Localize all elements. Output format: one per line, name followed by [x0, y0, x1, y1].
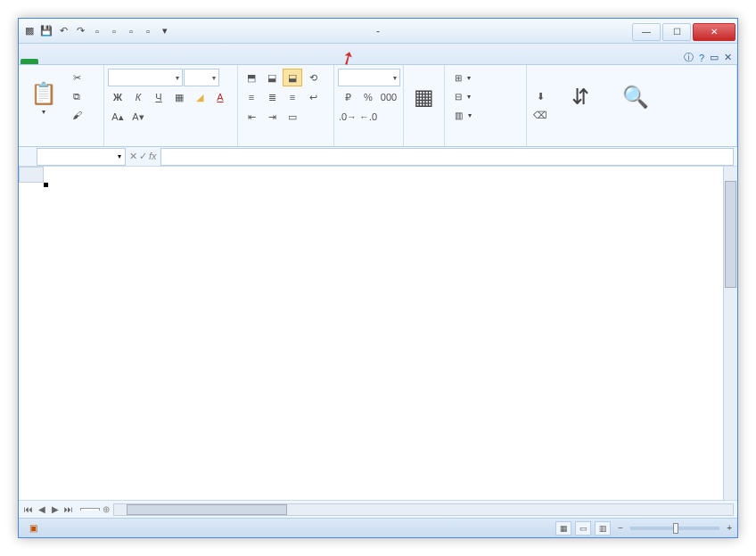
new-sheet-icon[interactable]: ⊕ [103, 504, 110, 514]
sheet-tabs-bar: ⏮◀▶⏭ ⊕ [19, 500, 737, 518]
ribbon-collapse-icon[interactable]: ▭ [710, 52, 719, 63]
horizontal-scrollbar[interactable] [113, 503, 734, 516]
group-number: ▾ ₽ % 000 .0→ ←.0 [334, 65, 404, 146]
border-button[interactable]: ▦ [169, 88, 189, 106]
styles-button[interactable]: ▦ [407, 69, 440, 127]
comma-button[interactable]: 000 [379, 88, 399, 106]
formula-bar-row: ▾ ✕ ✓ fx [19, 147, 737, 167]
qat-item-icon[interactable]: ▫ [90, 24, 104, 38]
cut-button[interactable]: ✂ [67, 69, 86, 86]
align-top-button[interactable]: ⬒ [242, 69, 261, 86]
decrease-indent-button[interactable]: ⇤ [242, 108, 261, 126]
bold-button[interactable]: Ж [108, 88, 127, 106]
vertical-scrollbar[interactable] [723, 167, 737, 500]
save-icon[interactable]: 💾 [39, 24, 53, 38]
mdi-close-icon[interactable]: ✕ [724, 52, 732, 63]
ribbon-minimize-icon[interactable]: ⓘ [684, 51, 694, 64]
status-bar: ▣ ▦ ▭ ▥ − + [19, 518, 737, 537]
group-alignment: ⬒ ⬓ ⬓ ⟲ ≡ ≣ ≡ ↩ ⇤ ⇥ ▭ [238, 65, 334, 146]
shrink-font-button[interactable]: A▾ [128, 108, 148, 126]
formula-bar[interactable] [160, 148, 734, 166]
format-painter-button[interactable]: 🖌 [67, 106, 86, 124]
qat-item-icon[interactable]: ▫ [141, 24, 155, 38]
zoom-slider[interactable] [630, 527, 719, 530]
increase-decimal-button[interactable]: .0→ [338, 108, 357, 126]
number-format-combo[interactable]: ▾ [338, 69, 400, 86]
align-center-button[interactable]: ≣ [262, 88, 282, 106]
fill-button[interactable]: ⬇ [530, 87, 550, 105]
group-label [448, 144, 522, 146]
redo-icon[interactable]: ↷ [73, 24, 87, 38]
wrap-text-button[interactable]: ↩ [303, 88, 323, 106]
clear-button[interactable]: ⌫ [530, 106, 550, 124]
page-break-view-button[interactable]: ▥ [595, 521, 611, 536]
sheet-tab[interactable] [80, 508, 100, 511]
grow-font-button[interactable]: A▴ [108, 108, 127, 126]
font-size-combo[interactable]: ▾ [184, 69, 219, 86]
qat-item-icon[interactable]: ▫ [107, 24, 121, 38]
group-label [407, 135, 440, 146]
format-cells-button[interactable]: ▥▾ [448, 106, 478, 124]
font-name-combo[interactable]: ▾ [108, 69, 183, 86]
sort-filter-button[interactable]: ⇵ [552, 69, 609, 127]
selection-box [44, 183, 47, 186]
minimize-button[interactable]: — [632, 23, 661, 41]
macro-icon[interactable]: ▣ [29, 523, 37, 533]
normal-view-button[interactable]: ▦ [555, 521, 571, 536]
underline-button[interactable]: Ч [149, 88, 168, 106]
qat-item-icon[interactable]: ▫ [124, 24, 138, 38]
increase-indent-button[interactable]: ⇥ [262, 108, 282, 126]
zoom-out-button[interactable]: − [618, 523, 623, 533]
paste-button[interactable]: 📋 ▾ [22, 69, 65, 127]
select-all-corner[interactable] [19, 167, 44, 183]
accept-formula-icon[interactable]: ✓ [139, 151, 147, 162]
sheet-nav[interactable]: ⏮◀▶⏭ [19, 504, 78, 514]
font-color-button[interactable]: А [210, 88, 230, 106]
group-label [22, 144, 100, 146]
currency-button[interactable]: ₽ [338, 88, 357, 106]
name-box[interactable]: ▾ [37, 148, 126, 166]
group-cells: ⊞▾ ⊟▾ ▥▾ [445, 65, 527, 146]
grid-area [19, 167, 737, 500]
decrease-decimal-button[interactable]: ←.0 [358, 108, 378, 126]
qat-dropdown-icon[interactable]: ▾ [158, 24, 172, 38]
zoom-in-button[interactable]: + [727, 523, 732, 533]
excel-icon: ▩ [22, 24, 37, 38]
italic-button[interactable]: К [128, 88, 148, 106]
file-tab[interactable] [21, 59, 38, 64]
styles-icon: ▦ [414, 85, 434, 110]
align-bottom-button[interactable]: ⬓ [283, 69, 302, 86]
align-middle-button[interactable]: ⬓ [262, 69, 282, 86]
window-title: - [374, 25, 383, 37]
find-icon: 🔍 [622, 85, 649, 110]
fill-color-button[interactable]: ◢ [190, 88, 210, 106]
delete-icon: ⊟ [455, 92, 462, 102]
help-icon[interactable]: ? [699, 53, 704, 63]
find-select-button[interactable]: 🔍 [611, 69, 661, 127]
delete-cells-button[interactable]: ⊟▾ [448, 87, 477, 105]
group-font: ▾ ▾ Ж К Ч ▦ ◢ А A▴ A▾ [104, 65, 238, 146]
copy-button[interactable]: ⧉ [67, 87, 86, 105]
undo-icon[interactable]: ↶ [56, 24, 70, 38]
group-label [242, 144, 330, 146]
align-right-button[interactable]: ≡ [283, 88, 302, 106]
maximize-button[interactable]: ☐ [662, 23, 691, 41]
close-button[interactable]: ✕ [693, 23, 735, 41]
excel-window: ▩ 💾 ↶ ↷ ▫ ▫ ▫ ▫ ▾ - — ☐ ✕ ⓘ ? ▭ ✕ [18, 18, 738, 538]
merge-button[interactable]: ▭ [283, 108, 302, 126]
align-left-button[interactable]: ≡ [242, 88, 261, 106]
window-controls: — ☐ ✕ [632, 21, 737, 41]
group-styles: ▦ [404, 65, 445, 146]
fx-icon[interactable]: fx [149, 151, 157, 162]
group-label [530, 144, 733, 146]
formula-buttons: ✕ ✓ fx [129, 151, 157, 162]
insert-cells-button[interactable]: ⊞▾ [448, 69, 477, 86]
format-icon: ▥ [455, 110, 463, 120]
cancel-formula-icon[interactable]: ✕ [129, 151, 137, 162]
insert-icon: ⊞ [455, 73, 462, 83]
page-layout-view-button[interactable]: ▭ [575, 521, 591, 536]
group-editing: ⬇ ⌫ ⇵ 🔍 [527, 65, 737, 146]
orientation-button[interactable]: ⟲ [303, 69, 323, 86]
autosum-button[interactable] [530, 69, 550, 86]
percent-button[interactable]: % [358, 88, 378, 106]
